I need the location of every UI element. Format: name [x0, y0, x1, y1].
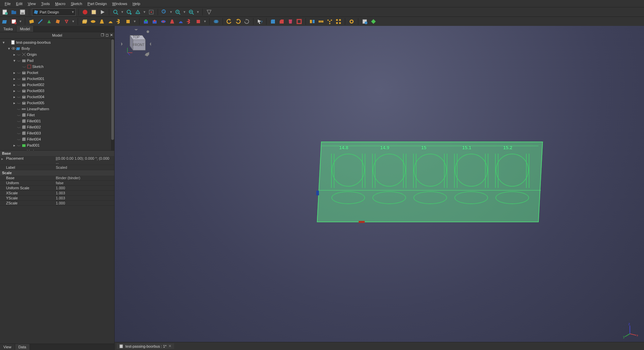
prop-value[interactable]: Scaled: [54, 165, 114, 170]
macro-edit-icon[interactable]: [90, 8, 97, 16]
tree-item-fillet[interactable]: Fillet: [0, 112, 114, 118]
prop-row-uniform[interactable]: Uniformfalse: [0, 181, 114, 186]
tree-item-fillet004[interactable]: Fillet004: [0, 136, 114, 142]
visibility-icon[interactable]: [17, 131, 21, 135]
tree-item-test-passing-boorbus[interactable]: ▾test-passing-boorbus: [0, 39, 114, 45]
hole-icon[interactable]: [151, 18, 158, 25]
groove-icon[interactable]: [160, 18, 167, 25]
tree-item-fillet001[interactable]: Fillet001: [0, 118, 114, 124]
menu-file[interactable]: File: [2, 1, 13, 6]
expand-icon[interactable]: ▾: [2, 40, 5, 45]
tree-item-pocket002[interactable]: ▸Pocket002: [0, 82, 114, 88]
visibility-icon[interactable]: [17, 119, 21, 123]
loft-add-icon[interactable]: [98, 18, 106, 25]
tree-item-body[interactable]: ▾Body: [0, 45, 114, 51]
dropdown-arrow-icon[interactable]: ▾: [121, 10, 124, 14]
workbench-selector[interactable]: Part Design ▾: [32, 8, 76, 16]
dropdown-arrow-icon[interactable]: ▾: [196, 10, 200, 14]
visibility-icon[interactable]: [6, 40, 10, 44]
tree-item-pad001[interactable]: ▸Pad001: [0, 142, 114, 148]
expand-icon[interactable]: ▸: [13, 101, 16, 105]
helix-add-icon[interactable]: [116, 18, 123, 25]
draft-icon[interactable]: [287, 18, 294, 25]
sweep-add-icon[interactable]: [107, 18, 114, 25]
pad-icon[interactable]: [81, 18, 88, 25]
prop-value[interactable]: Binder (binder): [54, 176, 114, 180]
visibility-icon[interactable]: [17, 77, 21, 81]
tree-item-sketch[interactable]: Sketch: [0, 64, 114, 70]
dropdown-arrow-icon[interactable]: ▾: [203, 19, 207, 24]
prop-value[interactable]: 1.003: [54, 196, 114, 200]
draw-style-icon[interactable]: [134, 8, 142, 16]
macro-run-icon[interactable]: [99, 8, 106, 16]
tree-scrollbar[interactable]: [111, 39, 114, 150]
create-sketch-icon[interactable]: [10, 18, 17, 25]
tree-item-origin[interactable]: ▸Origin: [0, 51, 114, 57]
visibility-icon[interactable]: [17, 59, 21, 63]
datum-plane-icon[interactable]: [28, 18, 35, 25]
menu-macro[interactable]: Macro: [52, 1, 68, 6]
expand-icon[interactable]: ▸: [13, 52, 16, 57]
check-geometry-icon[interactable]: [361, 18, 368, 25]
visibility-icon[interactable]: [22, 65, 26, 69]
visibility-icon[interactable]: [17, 89, 21, 93]
tree-item-pocket005[interactable]: ▸Pocket005: [0, 100, 114, 106]
dropdown-arrow-icon[interactable]: ▾: [143, 10, 146, 14]
menu-sketch[interactable]: Sketch: [68, 1, 85, 6]
clone-icon[interactable]: [63, 18, 70, 25]
visibility-icon[interactable]: [17, 137, 21, 141]
prop-row-yscale[interactable]: YScale1.003: [0, 196, 114, 201]
save-doc-icon[interactable]: [19, 8, 26, 16]
whatsthis-icon[interactable]: ?: [256, 18, 264, 25]
appearance-icon[interactable]: [370, 18, 377, 25]
expand-icon[interactable]: ▾: [13, 59, 16, 63]
primitive-add-icon[interactable]: [124, 18, 132, 25]
3d-viewport[interactable]: TOP FRONT 14.814.91515.115.2 x y z: [115, 26, 644, 350]
tree-item-linearpattern[interactable]: LinearPattern: [0, 106, 114, 112]
visibility-icon[interactable]: [17, 113, 21, 117]
boolean-icon[interactable]: [212, 18, 220, 25]
panel-float-icon[interactable]: ◻: [106, 33, 109, 37]
thickness-icon[interactable]: [295, 18, 303, 25]
prop-row-zscale[interactable]: ZScale1.000: [0, 201, 114, 206]
undo-icon[interactable]: [226, 18, 233, 25]
menu-tools[interactable]: Tools: [38, 1, 52, 6]
refresh-icon[interactable]: [243, 18, 250, 25]
new-doc-icon[interactable]: [1, 8, 9, 16]
prop-value[interactable]: 1.000: [54, 186, 114, 190]
navigation-cube[interactable]: TOP FRONT: [121, 29, 152, 60]
zoom-select-icon[interactable]: [125, 8, 133, 16]
visibility-icon[interactable]: [17, 125, 21, 129]
sub-binder-icon[interactable]: [54, 18, 62, 25]
primitive-sub-icon[interactable]: [195, 18, 202, 25]
prop-value[interactable]: 1.000: [54, 201, 114, 205]
visibility-icon[interactable]: [11, 46, 15, 50]
prop-row-xscale[interactable]: XScale1.003: [0, 191, 114, 196]
visibility-icon[interactable]: [17, 95, 21, 99]
tree-item-pocket001[interactable]: ▸Pocket001: [0, 76, 114, 82]
expand-icon[interactable]: ▸: [13, 71, 16, 75]
expand-icon[interactable]: ▾: [7, 46, 11, 51]
tree-item-fillet002[interactable]: Fillet002: [0, 124, 114, 130]
multi-transform-icon[interactable]: [335, 18, 342, 25]
panel-close-icon[interactable]: ✕: [110, 33, 113, 37]
model-tree[interactable]: ▾test-passing-boorbus▾Body▸Origin▾PadSke…: [0, 39, 114, 150]
menu-help[interactable]: Help: [130, 1, 143, 6]
document-tab[interactable]: test-passing-boorbus : 1* ✕: [117, 343, 174, 349]
tree-item-pocket004[interactable]: ▸Pocket004: [0, 94, 114, 100]
prop-value[interactable]: 1.003: [54, 191, 114, 195]
polar-pattern-icon[interactable]: [326, 18, 333, 25]
expand-icon[interactable]: ▸: [13, 89, 16, 93]
tab-tasks[interactable]: Tasks: [0, 26, 16, 32]
dropdown-arrow-icon[interactable]: ▾: [169, 10, 173, 14]
tab-data[interactable]: Data: [15, 344, 30, 350]
tab-model[interactable]: Model: [16, 26, 34, 32]
zoom-fit-icon[interactable]: [112, 8, 119, 16]
redo-icon[interactable]: [234, 18, 242, 25]
prop-row-label[interactable]: LabelScaled: [0, 165, 114, 170]
sprocket-icon[interactable]: [348, 18, 355, 25]
prop-row-placement[interactable]: ▸Placement[(0.00 0.00 1.00); 0.000 °; (0…: [0, 156, 114, 165]
dropdown-arrow-icon[interactable]: ▾: [133, 19, 136, 24]
fillet-icon[interactable]: [269, 18, 277, 25]
mirror-icon[interactable]: [309, 18, 316, 25]
